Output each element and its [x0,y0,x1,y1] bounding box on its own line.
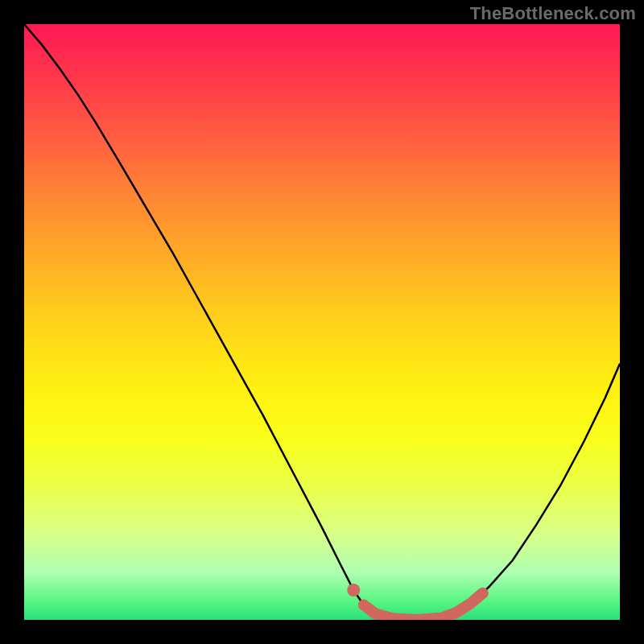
series-highlight [364,593,483,620]
plot-area [24,24,620,620]
chart-svg [24,24,620,620]
chart-container: TheBottleneck.com [0,0,644,644]
highlight-dot [347,584,360,597]
series-curve [24,24,620,620]
watermark-text: TheBottleneck.com [470,3,636,24]
